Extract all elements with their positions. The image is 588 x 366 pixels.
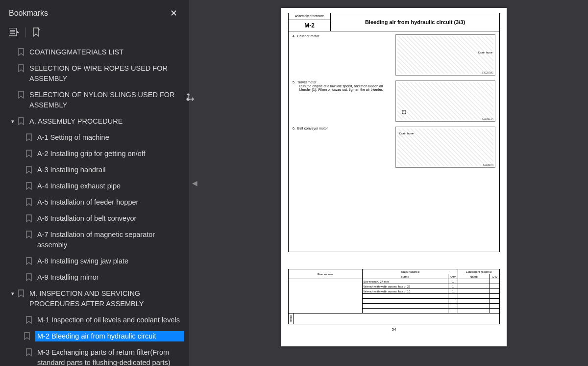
equip-qty-cell: [490, 284, 500, 289]
sidebar-header: Bookmarks ✕: [0, 0, 189, 24]
outline-item[interactable]: A-9 Installing mirror: [0, 269, 189, 286]
page-body: 4. Crusher motorDrain hoseSJ02578G5. Tra…: [288, 31, 500, 252]
equip-name-cell: [458, 309, 490, 314]
tool-name-cell: [362, 294, 448, 299]
bookmark-icon: [25, 273, 32, 281]
pdf-page: Assembly procedure M-2 Bleeding air from…: [281, 8, 507, 346]
chevron-down-icon[interactable]: ▾: [9, 118, 17, 126]
precautions-cell: [289, 279, 363, 314]
bookmark-icon: [25, 316, 32, 324]
outline-item[interactable]: COATINGGMATERIALS LIST: [0, 44, 189, 60]
outline-item[interactable]: ▾M. INSPECTION AND SERVICING PROCEDURES …: [0, 286, 189, 312]
bookmark-icon: [25, 150, 32, 157]
section-heading: Crusher motor: [297, 34, 319, 38]
outline-item[interactable]: A-7 Installation of magnetic separator a…: [0, 227, 189, 253]
page-section: 4. Crusher motorDrain hoseSJ02578G: [293, 34, 495, 76]
outline-item[interactable]: ▾A. ASSEMBLY PROCEDURE: [0, 113, 189, 130]
tool-name-cell: Wrench with width across flats of 10: [362, 289, 448, 294]
bookmark-icon: [18, 289, 24, 297]
outline-item[interactable]: SELECTION OF WIRE ROPES USED FOR ASSEMBL…: [0, 60, 189, 87]
equip-qty-cell: [490, 289, 500, 294]
section-text: 4. Crusher motor: [293, 34, 395, 76]
outline-item-label: M-1 Inspection of oil levels and coolant…: [37, 315, 184, 325]
tool-qty-cell: [448, 299, 458, 304]
bookmark-icon: [24, 332, 30, 340]
outline-item[interactable]: A-2 Installing grip for getting on/off: [0, 146, 189, 162]
chevron-down-icon[interactable]: ▾: [9, 290, 17, 298]
outline-item[interactable]: A-3 Installing handrail: [0, 162, 189, 178]
equip-qty-cell: [490, 299, 500, 304]
outline-item-label: M-3 Exchanging parts of return filter(Fr…: [37, 347, 184, 366]
close-icon[interactable]: ✕: [166, 6, 181, 21]
outline-item[interactable]: M-1 Inspection of oil levels and coolant…: [0, 312, 189, 328]
bookmark-icon: [18, 117, 24, 125]
bookmark-icon: [25, 166, 32, 174]
bookmark-icon: [25, 214, 32, 222]
equip-name-cell: [458, 294, 490, 299]
bookmark-icon: [25, 348, 32, 356]
figure: 1SJ02611A: [395, 80, 495, 122]
outline-item[interactable]: M-2 Bleeding air from hydraulic circuit: [0, 328, 189, 344]
outline-item-label: A-1 Setting of machine: [37, 132, 184, 143]
section-heading: Travel motor: [297, 80, 317, 84]
section-num: 5.: [293, 80, 295, 84]
outline-item-label: M. INSPECTION AND SERVICING PROCEDURES A…: [29, 288, 184, 309]
outline-item[interactable]: A-4 Installing exhaust pipe: [0, 178, 189, 194]
document-viewport[interactable]: Assembly procedure M-2 Bleeding air from…: [200, 0, 588, 366]
figure-code: SJ02579I: [483, 163, 493, 166]
tool-name-cell: Wrench with width across flats of 22: [362, 284, 448, 289]
section-text: 6. Belt conveyor motor: [293, 127, 395, 168]
page-section: 5. Travel motorRun the engine at a low i…: [293, 80, 495, 122]
outline-options-icon[interactable]: [9, 28, 20, 37]
figure: Drain hoseSJ02579I: [395, 127, 495, 168]
th-tools: Tools required: [362, 269, 458, 274]
sidebar-toolbar: [0, 24, 189, 42]
section-text: 5. Travel motorRun the engine at a low i…: [293, 80, 395, 122]
bookmark-icon: [18, 91, 24, 99]
tool-name-cell: [362, 299, 448, 304]
bookmark-icon: [18, 64, 24, 72]
equip-name-cell: [458, 279, 490, 284]
tool-qty-cell: [448, 294, 458, 299]
requirements-table-wrap: Precautions Tools required Equipment req…: [288, 269, 500, 324]
outline-item[interactable]: A-6 Installation of belt conveyor: [0, 210, 189, 227]
page-number: 54: [288, 327, 500, 332]
outline-item-label: A-6 Installation of belt conveyor: [37, 213, 184, 224]
collapse-sidebar-icon[interactable]: ◀: [192, 179, 197, 187]
current-bookmark-icon[interactable]: [32, 27, 41, 37]
resize-grip-icon[interactable]: [185, 92, 195, 104]
outline-item-label: A-7 Installation of magnetic separator a…: [37, 230, 184, 250]
figure-callout: 1: [402, 110, 406, 114]
outline-item-label: A-2 Installing grip for getting on/off: [37, 149, 184, 159]
equip-qty-cell: [490, 294, 500, 299]
bookmarks-sidebar: Bookmarks ✕ COATINGGMATERIALS LISTSELECT…: [0, 0, 189, 366]
equip-name-cell: [458, 289, 490, 294]
tool-qty-cell: [448, 304, 458, 309]
outline-item-label: A-5 Installation of feeder hopper: [37, 197, 184, 208]
assembly-procedure-label: Assembly procedure: [289, 13, 330, 20]
th-equip-name: Name: [458, 274, 490, 279]
page-title: Bleeding air from hydraulic circuit (3/3…: [331, 13, 499, 31]
outline-item-label: A. ASSEMBLY PROCEDURE: [29, 116, 184, 127]
bookmark-icon: [25, 198, 32, 206]
sidebar-title: Bookmarks: [9, 9, 48, 18]
toolbar-divider: [25, 27, 26, 37]
outline-item[interactable]: M-3 Exchanging parts of return filter(Fr…: [0, 344, 189, 366]
sidebar-splitter[interactable]: ◀: [189, 0, 200, 366]
outline-item-label: M-2 Bleeding air from hydraulic circuit: [35, 331, 184, 341]
tool-qty-cell: [448, 309, 458, 314]
outline-item[interactable]: A-1 Setting of machine: [0, 130, 189, 146]
outline-tree[interactable]: COATINGGMATERIALS LISTSELECTION OF WIRE …: [0, 42, 189, 366]
table-row: Set wrench, 27 mm1: [289, 279, 500, 284]
outline-item-label: A-4 Installing exhaust pipe: [37, 181, 184, 191]
equip-name-cell: [458, 284, 490, 289]
outline-item[interactable]: A-8 Installing swing jaw plate: [0, 253, 189, 269]
outline-item[interactable]: SELECTION OF NYLON SLINGS USED FOR ASSEM…: [0, 87, 189, 113]
outline-item[interactable]: A-5 Installation of feeder hopper: [0, 194, 189, 210]
figure-label: Drain hose: [399, 132, 414, 135]
th-others: Others: [290, 315, 293, 322]
bookmark-icon: [25, 231, 32, 238]
th-tool-name: Name: [362, 274, 448, 279]
equip-qty-cell: [490, 304, 500, 309]
page-header-box: Assembly procedure M-2 Bleeding air from…: [288, 13, 500, 31]
